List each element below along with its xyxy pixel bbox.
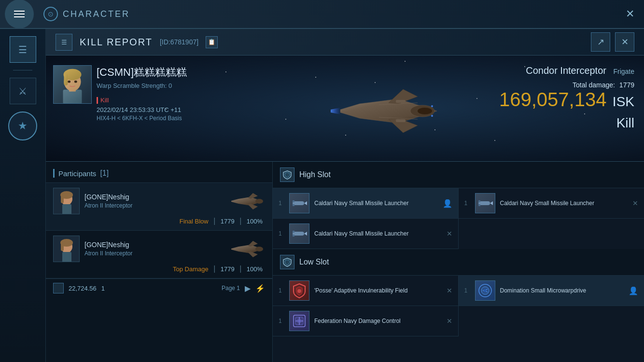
sidebar-star-button[interactable]: ★: [8, 111, 37, 140]
final-blow-label: Final Blow: [180, 218, 209, 225]
svg-rect-30: [293, 204, 294, 206]
svg-rect-33: [478, 200, 480, 202]
small-ship-svg-2: [226, 237, 265, 261]
top-bar: ⊙ CHARACTER ✕: [0, 0, 644, 29]
filter-icon[interactable]: ⚡: [255, 284, 265, 293]
participant-damage-1: 1779: [221, 218, 235, 225]
slot-number-r1: 1: [464, 200, 470, 207]
slot-item-right-1: 1 Caldari Navy Small Missile Launcher: [459, 188, 644, 219]
sidebar-menu-button[interactable]: ☰: [10, 36, 36, 63]
participants-count: [1]: [100, 169, 109, 178]
svg-marker-32: [490, 201, 493, 205]
svg-marker-36: [304, 232, 307, 236]
kill-indicator: [97, 97, 98, 104]
microwarp-svg: [476, 282, 494, 299]
participant-damage-2: 1779: [221, 265, 235, 273]
missile-svg: [291, 195, 308, 212]
svg-rect-19: [61, 195, 64, 203]
high-slot-header: High Slot: [273, 162, 644, 188]
adaptive-icon-art: [290, 281, 309, 300]
shield-icon: [282, 170, 292, 180]
low-slot-number-1: 1: [279, 287, 284, 294]
high-slot-icon: [280, 167, 294, 182]
kill-stats: Condor Interceptor Frigate Total damage:…: [499, 65, 634, 131]
close-report-icon: ✕: [621, 37, 629, 47]
svg-point-42: [484, 289, 487, 292]
sidebar-menu-icon: ☰: [18, 44, 27, 56]
high-slot-title: High Slot: [299, 170, 331, 179]
svg-rect-17: [62, 204, 71, 214]
high-slot-item-name-r1: Caldari Navy Small Missile Launcher: [500, 199, 628, 208]
next-page-icon[interactable]: ▶: [245, 284, 251, 293]
hamburger-button[interactable]: [5, 0, 34, 28]
low-slot-number-2: 1: [464, 287, 470, 294]
victim-timestamp: 2022/02/14 23:53:33 UTC +11: [97, 106, 187, 113]
close-icon-h2[interactable]: ✕: [447, 230, 452, 237]
participant-row-2: [GONE]Neshig Atron II Interceptor: [46, 231, 272, 278]
person-icon-2: 👤: [629, 286, 638, 295]
export-button[interactable]: ↗: [591, 32, 610, 52]
close-icon-l3[interactable]: ✕: [447, 317, 452, 325]
sidebar-divider: [13, 70, 32, 70]
svg-point-5: [68, 81, 70, 83]
kill-report-header: ☰ KILL REPORT [ID:6781907] 📋 ↗ ✕: [46, 29, 644, 56]
ship-class: Frigate: [613, 68, 634, 75]
participants-accent: [53, 169, 55, 178]
isk-value: 169,057,134: [499, 89, 606, 110]
missile-launcher-icon-l2: [289, 223, 309, 244]
shield-low-icon: [282, 257, 292, 267]
slot-number: 1: [279, 200, 284, 207]
close-report-button[interactable]: ✕: [615, 32, 634, 52]
hamburger-icon: [14, 11, 25, 17]
isk-label: ISK: [613, 94, 634, 109]
app-close-button[interactable]: ✕: [626, 8, 634, 20]
slot-number-l2: 1: [279, 230, 284, 237]
svg-point-14: [431, 115, 433, 117]
svg-rect-11: [396, 100, 406, 103]
report-menu-icon: ☰: [61, 39, 67, 46]
dmg-ctrl-svg: [291, 312, 308, 330]
svg-rect-25: [61, 242, 64, 251]
victim-name: [CSMN]糕糕糕糕糕: [97, 65, 187, 80]
missile-launcher-icon-1: [289, 193, 309, 213]
microwarp-icon-1: [475, 280, 495, 301]
missile-icon-art-r1: [476, 194, 495, 213]
victim-warp-label: Warp Scramble Strength: 0: [97, 82, 187, 89]
export-icon: ↗: [597, 37, 604, 47]
svg-rect-34: [478, 204, 480, 206]
sidebar-nav-button[interactable]: ⚔: [10, 78, 36, 104]
kill-label: Kill: [100, 97, 109, 104]
close-icon-l1[interactable]: ✕: [447, 287, 452, 294]
low-slot-items: 1 'Posse' Adaptive Invulnerability Field…: [273, 276, 644, 336]
page-indicator: Page 1: [222, 285, 240, 292]
total-damage-row: Total damage: 1779: [499, 81, 634, 89]
report-id: [ID:6781907]: [160, 38, 198, 46]
slot-item: 1 Caldari Navy Small Missile Launcher: [273, 188, 459, 219]
participant-name-2: [GONE]Neshig: [84, 241, 222, 249]
bottom-row: 22,724.56 1 Page 1 ▶ ⚡: [46, 278, 272, 297]
kill-report-body: [CSMN]糕糕糕糕糕 Warp Scramble Strength: 0 Ki…: [46, 56, 644, 162]
victim-portrait: [53, 65, 92, 104]
participant-char-svg-2: [54, 236, 80, 262]
participant-ship-1: Atron II Interceptor: [84, 202, 222, 209]
participant-ship-img-1: [226, 189, 265, 213]
app-title-group: ⊙ CHARACTER: [43, 7, 130, 21]
svg-rect-4: [64, 74, 68, 85]
report-title: KILL REPORT: [80, 37, 153, 48]
participant-info-2: [GONE]Neshig Atron II Interceptor: [84, 241, 222, 257]
close-icon-h1[interactable]: ✕: [632, 199, 638, 207]
participant-main-1: [GONE]Neshig Atron II Interceptor: [53, 188, 265, 214]
report-menu-button[interactable]: ☰: [56, 34, 72, 51]
participant-ship-img-2: [226, 237, 265, 261]
adaptive-svg: [291, 282, 308, 299]
victim-avatar: [54, 66, 91, 103]
app-title: CHARACTER: [63, 9, 130, 19]
copy-id-button[interactable]: 📋: [206, 36, 218, 48]
low-slot-item-2: 1 Domination Small Microwarpdrive: [459, 276, 644, 306]
svg-point-8: [418, 108, 432, 114]
svg-point-39: [297, 289, 301, 293]
participant-char-svg-1: [54, 188, 80, 214]
victim-info: [CSMN]糕糕糕糕糕 Warp Scramble Strength: 0 Ki…: [97, 65, 187, 122]
low-slot-item-1: 1 'Posse' Adaptive Invulnerability Field…: [273, 276, 459, 306]
low-slot-title: Low Slot: [299, 258, 329, 266]
